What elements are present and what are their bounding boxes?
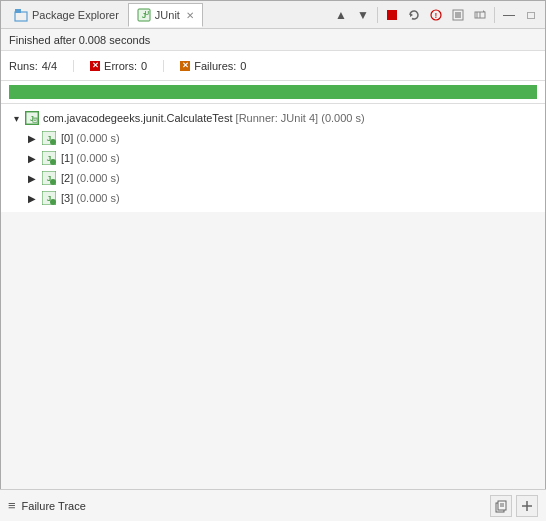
failure-icon: ✕ <box>180 61 190 71</box>
toolbar: ▲ ▼ ! <box>331 5 541 25</box>
svg-rect-0 <box>15 12 27 21</box>
toolbar-btn-maximize[interactable]: □ <box>521 5 541 25</box>
main-content: Finished after 0.008 seconds Runs: 4/4 ✕… <box>1 29 545 521</box>
test-method-icon-3: J <box>41 190 57 206</box>
node0-time: (0.000 s) <box>76 132 119 144</box>
tab-junit-close[interactable]: ✕ <box>186 10 194 21</box>
root-label: com.javacodegeeks.junit.CalculateTest [R… <box>43 112 365 124</box>
toolbar-btn-stop[interactable] <box>382 5 402 25</box>
node2-name: [2] <box>61 172 73 184</box>
tab-junit[interactable]: J U JUnit ✕ <box>128 3 203 27</box>
package-explorer-icon <box>14 8 28 22</box>
failures-value: 0 <box>240 60 246 72</box>
trace-btn-copy[interactable] <box>490 495 512 517</box>
stat-errors: ✕ Errors: 0 <box>90 60 164 72</box>
tree-node-0[interactable]: ▶ J [0] (0.000 s) <box>17 128 545 148</box>
node2-label: [2] (0.000 s) <box>61 172 120 184</box>
node0-expand[interactable]: ▶ <box>25 131 39 145</box>
progress-bar <box>9 85 537 99</box>
node1-name: [1] <box>61 152 73 164</box>
errors-value: 0 <box>141 60 147 72</box>
tree-node-3[interactable]: ▶ J [3] (0.000 s) <box>17 188 545 208</box>
svg-point-24 <box>50 159 56 165</box>
failures-label: Failures: <box>194 60 236 72</box>
runs-value: 4/4 <box>42 60 57 72</box>
node1-time: (0.000 s) <box>76 152 119 164</box>
toolbar-btn-minimize[interactable]: — <box>499 5 519 25</box>
toolbar-btn-coverage[interactable] <box>448 5 468 25</box>
toolbar-btn-rerun-failed[interactable]: ! <box>426 5 446 25</box>
root-time: (0.000 s) <box>321 112 364 124</box>
toolbar-btn-down[interactable]: ▼ <box>353 5 373 25</box>
failure-trace: ≡ Failure Trace <box>0 489 546 521</box>
error-icon: ✕ <box>90 61 100 71</box>
test-method-icon-2: J <box>41 170 57 186</box>
test-method-icon-0: J <box>41 130 57 146</box>
node3-time: (0.000 s) <box>76 192 119 204</box>
svg-rect-10 <box>455 12 461 18</box>
junit-icon: J U <box>137 8 151 22</box>
failure-trace-actions <box>490 495 538 517</box>
svg-text:U: U <box>33 117 36 122</box>
svg-rect-5 <box>387 10 397 20</box>
svg-rect-1 <box>15 9 21 13</box>
content-area[interactable]: ▾ J U com.javacodegeeks.junit.CalculateT… <box>1 104 545 521</box>
node3-name: [3] <box>61 192 73 204</box>
node2-time: (0.000 s) <box>76 172 119 184</box>
failure-trace-icon: ≡ <box>8 498 16 513</box>
tree-children: ▶ J [0] (0.000 s) <box>1 128 545 208</box>
node2-expand[interactable]: ▶ <box>25 171 39 185</box>
test-method-icon-1: J <box>41 150 57 166</box>
tree-node-1[interactable]: ▶ J [1] (0.000 s) <box>17 148 545 168</box>
failure-trace-label-container: ≡ Failure Trace <box>8 498 86 513</box>
root-expand-btn[interactable]: ▾ <box>9 111 23 125</box>
svg-point-21 <box>50 139 56 145</box>
svg-text:U: U <box>145 10 149 16</box>
toolbar-sep-1 <box>377 7 378 23</box>
test-class-icon: J U <box>25 111 39 125</box>
runner-info: [Runner: JUnit 4] <box>236 112 319 124</box>
tree-container: ▾ J U com.javacodegeeks.junit.CalculateT… <box>1 104 545 212</box>
svg-text:!: ! <box>435 12 437 19</box>
toolbar-btn-history[interactable] <box>470 5 490 25</box>
toolbar-btn-up[interactable]: ▲ <box>331 5 351 25</box>
node0-name: [0] <box>61 132 73 144</box>
stat-runs: Runs: 4/4 <box>9 60 74 72</box>
runs-label: Runs: <box>9 60 38 72</box>
toolbar-btn-rerun[interactable] <box>404 5 424 25</box>
stats-row: Runs: 4/4 ✕ Errors: 0 ✕ Failures: 0 <box>1 51 545 81</box>
tab-bar: Package Explorer J U JUnit ✕ ▲ ▼ <box>1 1 545 29</box>
stat-failures: ✕ Failures: 0 <box>180 60 262 72</box>
ide-window: Package Explorer J U JUnit ✕ ▲ ▼ <box>1 1 545 521</box>
tab-package-explorer[interactable]: Package Explorer <box>5 3 128 27</box>
tab-package-explorer-label: Package Explorer <box>32 9 119 21</box>
node1-expand[interactable]: ▶ <box>25 151 39 165</box>
node3-label: [3] (0.000 s) <box>61 192 120 204</box>
svg-point-27 <box>50 179 56 185</box>
tab-junit-label: JUnit <box>155 9 180 21</box>
svg-point-30 <box>50 199 56 205</box>
failure-trace-text: Failure Trace <box>22 500 86 512</box>
tree-root-node[interactable]: ▾ J U com.javacodegeeks.junit.CalculateT… <box>1 108 545 128</box>
toolbar-sep-2 <box>494 7 495 23</box>
trace-btn-expand[interactable] <box>516 495 538 517</box>
status-bar: Finished after 0.008 seconds <box>1 29 545 51</box>
tree-node-2[interactable]: ▶ J [2] (0.000 s) <box>17 168 545 188</box>
svg-marker-6 <box>410 13 413 17</box>
node3-expand[interactable]: ▶ <box>25 191 39 205</box>
node1-label: [1] (0.000 s) <box>61 152 120 164</box>
errors-label: Errors: <box>104 60 137 72</box>
progress-container <box>1 81 545 104</box>
node0-label: [0] (0.000 s) <box>61 132 120 144</box>
status-text: Finished after 0.008 seconds <box>9 34 150 46</box>
